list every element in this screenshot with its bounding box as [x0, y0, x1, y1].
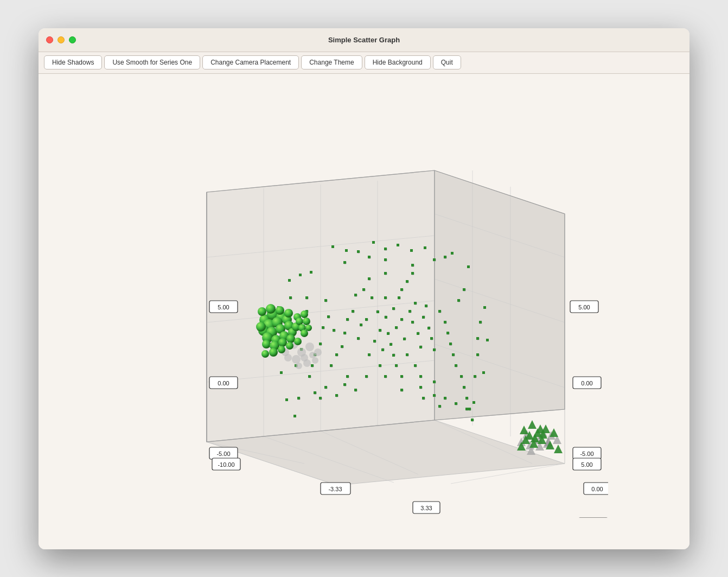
svg-rect-285 — [345, 249, 348, 252]
svg-rect-206 — [379, 364, 381, 367]
svg-rect-289 — [299, 274, 302, 276]
svg-rect-276 — [483, 306, 486, 309]
maximize-button[interactable] — [69, 36, 76, 43]
svg-point-319 — [266, 304, 276, 314]
svg-rect-174 — [417, 332, 419, 335]
svg-point-296 — [284, 354, 292, 362]
quit-button[interactable]: Quit — [433, 55, 461, 69]
svg-text:-3.33: -3.33 — [328, 486, 342, 492]
svg-rect-224 — [308, 375, 311, 378]
change-theme-button[interactable]: Change Theme — [301, 55, 362, 69]
svg-rect-288 — [467, 265, 470, 268]
svg-rect-258 — [297, 397, 300, 400]
svg-rect-217 — [346, 375, 349, 378]
svg-rect-188 — [354, 294, 357, 296]
svg-rect-220 — [411, 272, 414, 275]
svg-rect-277 — [486, 339, 489, 341]
svg-rect-163 — [400, 318, 403, 321]
svg-text:0.00: 0.00 — [591, 486, 603, 492]
svg-rect-237 — [400, 389, 403, 391]
svg-text:-5.00: -5.00 — [580, 451, 593, 457]
change-camera-button[interactable]: Change Camera Placement — [202, 55, 299, 69]
hide-shadows-button[interactable]: Hide Shadows — [44, 55, 102, 69]
svg-rect-215 — [311, 364, 314, 367]
svg-rect-275 — [293, 415, 296, 417]
svg-rect-222 — [324, 299, 327, 302]
scatter-graph: 5.00 0.00 -5.00 -10.00 5.00 — [120, 105, 608, 518]
svg-point-330 — [286, 342, 293, 350]
svg-rect-278 — [482, 371, 485, 374]
svg-rect-254 — [476, 353, 479, 356]
svg-rect-182 — [419, 346, 422, 348]
svg-rect-187 — [427, 327, 430, 329]
svg-rect-183 — [357, 337, 360, 340]
svg-rect-232 — [463, 288, 465, 291]
svg-rect-225 — [460, 375, 463, 378]
svg-marker-1 — [435, 170, 565, 420]
svg-rect-239 — [354, 389, 357, 391]
svg-rect-165 — [395, 326, 398, 329]
svg-rect-261 — [357, 250, 360, 253]
svg-point-301 — [296, 363, 302, 369]
minimize-button[interactable] — [58, 36, 65, 43]
svg-point-332 — [296, 318, 303, 325]
svg-rect-243 — [335, 394, 338, 397]
svg-rect-274 — [285, 398, 288, 401]
svg-rect-281 — [372, 241, 375, 244]
svg-rect-287 — [310, 271, 312, 274]
svg-point-325 — [278, 338, 287, 347]
window-title: Simple Scatter Graph — [328, 36, 400, 44]
close-button[interactable] — [46, 36, 53, 43]
svg-rect-234 — [419, 386, 422, 389]
svg-text:5.00: 5.00 — [581, 461, 592, 468]
svg-rect-180 — [422, 316, 425, 319]
svg-rect-210 — [449, 343, 452, 345]
svg-rect-282 — [410, 249, 413, 252]
svg-point-321 — [284, 309, 293, 318]
svg-point-329 — [278, 346, 285, 353]
svg-rect-249 — [474, 375, 476, 378]
svg-point-331 — [294, 338, 302, 345]
svg-rect-200 — [327, 315, 330, 318]
svg-point-300 — [312, 357, 318, 364]
svg-rect-189 — [384, 296, 387, 299]
svg-rect-168 — [365, 318, 368, 321]
svg-rect-198 — [362, 288, 365, 291]
svg-rect-184 — [425, 305, 427, 307]
svg-rect-267 — [444, 256, 446, 258]
svg-point-334 — [301, 310, 308, 318]
hide-background-button[interactable]: Hide Background — [365, 55, 431, 69]
svg-rect-265 — [319, 397, 322, 400]
svg-rect-226 — [365, 375, 368, 378]
svg-rect-270 — [288, 279, 291, 282]
svg-rect-241 — [433, 394, 436, 397]
svg-rect-231 — [343, 383, 346, 386]
svg-rect-259 — [476, 337, 479, 340]
svg-rect-171 — [403, 338, 406, 340]
svg-rect-169 — [411, 321, 414, 324]
svg-rect-235 — [324, 386, 327, 389]
svg-point-298 — [303, 359, 311, 367]
svg-rect-246 — [411, 264, 414, 267]
svg-rect-240 — [468, 408, 471, 410]
svg-point-327 — [261, 350, 269, 358]
svg-rect-247 — [422, 397, 425, 400]
svg-rect-190 — [430, 337, 433, 340]
svg-rect-202 — [335, 353, 338, 356]
svg-text:0.00: 0.00 — [581, 380, 592, 386]
svg-rect-192 — [406, 353, 408, 356]
svg-text:5.00: 5.00 — [218, 304, 229, 310]
svg-rect-283 — [424, 246, 426, 249]
svg-rect-164 — [376, 310, 379, 313]
svg-rect-248 — [314, 391, 316, 394]
svg-rect-175 — [360, 324, 362, 326]
svg-rect-213 — [368, 277, 371, 280]
svg-rect-252 — [444, 397, 446, 400]
svg-point-299 — [314, 348, 322, 356]
svg-marker-37 — [520, 426, 528, 434]
svg-rect-266 — [384, 248, 387, 250]
svg-rect-219 — [455, 364, 457, 367]
use-smooth-button[interactable]: Use Smooth for Series One — [104, 55, 200, 69]
svg-rect-186 — [392, 354, 395, 357]
svg-rect-194 — [341, 345, 343, 348]
